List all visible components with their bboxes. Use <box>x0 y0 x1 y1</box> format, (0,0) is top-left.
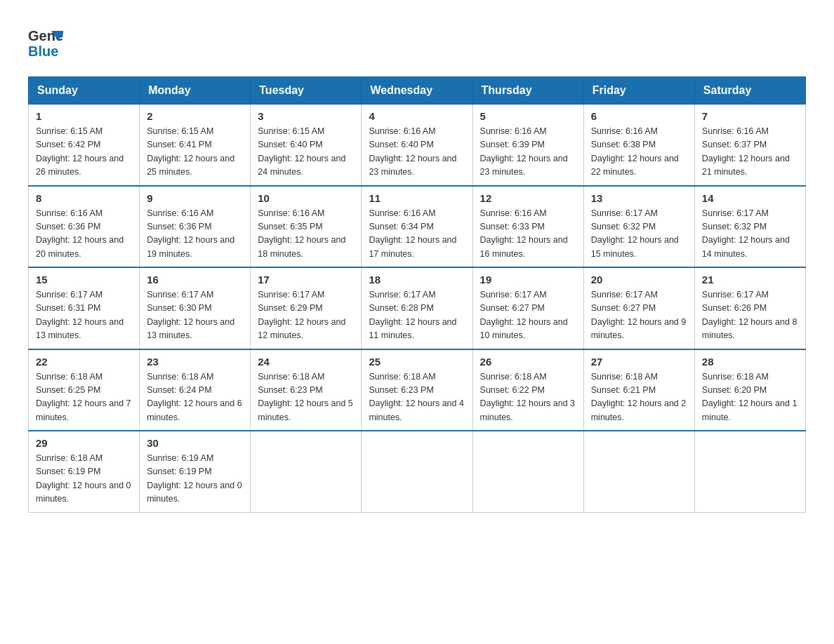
day-info: Sunrise: 6:17 AMSunset: 6:28 PMDaylight:… <box>369 288 465 343</box>
page-header: General Blue <box>28 21 806 62</box>
calendar-day-cell: 9Sunrise: 6:16 AMSunset: 6:36 PMDaylight… <box>140 186 251 268</box>
calendar-day-cell: 21Sunrise: 6:17 AMSunset: 6:26 PMDayligh… <box>694 267 805 349</box>
day-number: 20 <box>591 274 687 286</box>
day-info: Sunrise: 6:17 AMSunset: 6:26 PMDaylight:… <box>702 288 798 343</box>
day-info: Sunrise: 6:17 AMSunset: 6:31 PMDaylight:… <box>36 288 132 343</box>
day-info: Sunrise: 6:16 AMSunset: 6:36 PMDaylight:… <box>36 207 132 262</box>
calendar-day-cell: 18Sunrise: 6:17 AMSunset: 6:28 PMDayligh… <box>362 267 472 349</box>
day-info: Sunrise: 6:19 AMSunset: 6:19 PMDaylight:… <box>147 452 243 507</box>
day-number: 15 <box>36 274 132 286</box>
day-info: Sunrise: 6:18 AMSunset: 6:22 PMDaylight:… <box>480 370 576 425</box>
day-info: Sunrise: 6:18 AMSunset: 6:19 PMDaylight:… <box>36 452 132 507</box>
day-info: Sunrise: 6:18 AMSunset: 6:20 PMDaylight:… <box>702 370 798 425</box>
calendar-day-cell: 23Sunrise: 6:18 AMSunset: 6:24 PMDayligh… <box>140 349 251 431</box>
calendar-week-row: 1Sunrise: 6:15 AMSunset: 6:42 PMDaylight… <box>29 105 806 186</box>
calendar-day-cell: 15Sunrise: 6:17 AMSunset: 6:31 PMDayligh… <box>29 267 140 349</box>
col-header-thursday: Thursday <box>472 77 583 105</box>
day-number: 21 <box>702 274 798 286</box>
col-header-wednesday: Wednesday <box>362 77 472 105</box>
day-number: 24 <box>258 356 354 368</box>
calendar-day-cell: 11Sunrise: 6:16 AMSunset: 6:34 PMDayligh… <box>362 186 472 268</box>
svg-text:Blue: Blue <box>28 43 58 59</box>
calendar-day-cell: 30Sunrise: 6:19 AMSunset: 6:19 PMDayligh… <box>140 431 251 512</box>
day-info: Sunrise: 6:18 AMSunset: 6:21 PMDaylight:… <box>591 370 687 425</box>
calendar-day-cell: 7Sunrise: 6:16 AMSunset: 6:37 PMDaylight… <box>694 105 805 186</box>
day-number: 23 <box>147 356 243 368</box>
calendar-day-cell: 28Sunrise: 6:18 AMSunset: 6:20 PMDayligh… <box>694 349 805 431</box>
day-number: 14 <box>702 192 798 204</box>
calendar-day-cell: 8Sunrise: 6:16 AMSunset: 6:36 PMDaylight… <box>29 186 140 268</box>
calendar-day-cell <box>694 431 805 512</box>
day-info: Sunrise: 6:17 AMSunset: 6:30 PMDaylight:… <box>147 288 243 343</box>
col-header-friday: Friday <box>583 77 694 105</box>
day-info: Sunrise: 6:17 AMSunset: 6:32 PMDaylight:… <box>702 207 798 262</box>
calendar-day-cell: 1Sunrise: 6:15 AMSunset: 6:42 PMDaylight… <box>29 105 140 186</box>
calendar-day-cell: 12Sunrise: 6:16 AMSunset: 6:33 PMDayligh… <box>472 186 583 268</box>
day-number: 1 <box>36 110 132 122</box>
day-info: Sunrise: 6:16 AMSunset: 6:39 PMDaylight:… <box>480 125 576 180</box>
day-number: 8 <box>36 192 132 204</box>
calendar-day-cell: 14Sunrise: 6:17 AMSunset: 6:32 PMDayligh… <box>694 186 805 268</box>
calendar-day-cell: 6Sunrise: 6:16 AMSunset: 6:38 PMDaylight… <box>583 105 694 186</box>
day-info: Sunrise: 6:16 AMSunset: 6:40 PMDaylight:… <box>369 125 465 180</box>
calendar-day-cell: 27Sunrise: 6:18 AMSunset: 6:21 PMDayligh… <box>583 349 694 431</box>
col-header-monday: Monday <box>140 77 251 105</box>
calendar-day-cell: 17Sunrise: 6:17 AMSunset: 6:29 PMDayligh… <box>251 267 362 349</box>
calendar-day-cell: 19Sunrise: 6:17 AMSunset: 6:27 PMDayligh… <box>472 267 583 349</box>
calendar-week-row: 22Sunrise: 6:18 AMSunset: 6:25 PMDayligh… <box>29 349 806 431</box>
calendar-day-cell <box>472 431 583 512</box>
calendar-header-row: SundayMondayTuesdayWednesdayThursdayFrid… <box>29 77 806 105</box>
day-number: 17 <box>258 274 354 286</box>
logo: General Blue <box>28 21 63 62</box>
day-number: 13 <box>591 192 687 204</box>
day-number: 4 <box>369 110 465 122</box>
calendar-day-cell <box>583 431 694 512</box>
col-header-saturday: Saturday <box>694 77 805 105</box>
day-number: 3 <box>258 110 354 122</box>
day-info: Sunrise: 6:15 AMSunset: 6:42 PMDaylight:… <box>36 125 132 180</box>
calendar-day-cell: 24Sunrise: 6:18 AMSunset: 6:23 PMDayligh… <box>251 349 362 431</box>
calendar-day-cell: 4Sunrise: 6:16 AMSunset: 6:40 PMDaylight… <box>362 105 472 186</box>
calendar-table: SundayMondayTuesdayWednesdayThursdayFrid… <box>28 76 806 513</box>
day-number: 22 <box>36 356 132 368</box>
calendar-day-cell: 13Sunrise: 6:17 AMSunset: 6:32 PMDayligh… <box>583 186 694 268</box>
calendar-day-cell: 26Sunrise: 6:18 AMSunset: 6:22 PMDayligh… <box>472 349 583 431</box>
day-number: 26 <box>480 356 576 368</box>
day-info: Sunrise: 6:17 AMSunset: 6:27 PMDaylight:… <box>591 288 687 343</box>
day-number: 16 <box>147 274 243 286</box>
day-number: 9 <box>147 192 243 204</box>
day-info: Sunrise: 6:17 AMSunset: 6:32 PMDaylight:… <box>591 207 687 262</box>
day-info: Sunrise: 6:18 AMSunset: 6:23 PMDaylight:… <box>369 370 465 425</box>
calendar-day-cell <box>251 431 362 512</box>
logo-icon: General Blue <box>28 21 63 60</box>
day-number: 12 <box>480 192 576 204</box>
day-number: 28 <box>702 356 798 368</box>
calendar-day-cell <box>362 431 472 512</box>
day-info: Sunrise: 6:15 AMSunset: 6:40 PMDaylight:… <box>258 125 354 180</box>
day-info: Sunrise: 6:16 AMSunset: 6:36 PMDaylight:… <box>147 207 243 262</box>
day-number: 18 <box>369 274 465 286</box>
day-info: Sunrise: 6:18 AMSunset: 6:24 PMDaylight:… <box>147 370 243 425</box>
calendar-day-cell: 5Sunrise: 6:16 AMSunset: 6:39 PMDaylight… <box>472 105 583 186</box>
day-info: Sunrise: 6:17 AMSunset: 6:27 PMDaylight:… <box>480 288 576 343</box>
calendar-week-row: 15Sunrise: 6:17 AMSunset: 6:31 PMDayligh… <box>29 267 806 349</box>
calendar-day-cell: 2Sunrise: 6:15 AMSunset: 6:41 PMDaylight… <box>140 105 251 186</box>
calendar-day-cell: 10Sunrise: 6:16 AMSunset: 6:35 PMDayligh… <box>251 186 362 268</box>
day-number: 6 <box>591 110 687 122</box>
col-header-sunday: Sunday <box>29 77 140 105</box>
calendar-day-cell: 22Sunrise: 6:18 AMSunset: 6:25 PMDayligh… <box>29 349 140 431</box>
day-number: 5 <box>480 110 576 122</box>
day-info: Sunrise: 6:16 AMSunset: 6:34 PMDaylight:… <box>369 207 465 262</box>
day-number: 2 <box>147 110 243 122</box>
day-number: 27 <box>591 356 687 368</box>
day-number: 7 <box>702 110 798 122</box>
calendar-day-cell: 25Sunrise: 6:18 AMSunset: 6:23 PMDayligh… <box>362 349 472 431</box>
calendar-day-cell: 16Sunrise: 6:17 AMSunset: 6:30 PMDayligh… <box>140 267 251 349</box>
day-info: Sunrise: 6:15 AMSunset: 6:41 PMDaylight:… <box>147 125 243 180</box>
calendar-day-cell: 3Sunrise: 6:15 AMSunset: 6:40 PMDaylight… <box>251 105 362 186</box>
day-info: Sunrise: 6:18 AMSunset: 6:23 PMDaylight:… <box>258 370 354 425</box>
day-info: Sunrise: 6:18 AMSunset: 6:25 PMDaylight:… <box>36 370 132 425</box>
day-info: Sunrise: 6:16 AMSunset: 6:35 PMDaylight:… <box>258 207 354 262</box>
day-number: 19 <box>480 274 576 286</box>
day-info: Sunrise: 6:17 AMSunset: 6:29 PMDaylight:… <box>258 288 354 343</box>
